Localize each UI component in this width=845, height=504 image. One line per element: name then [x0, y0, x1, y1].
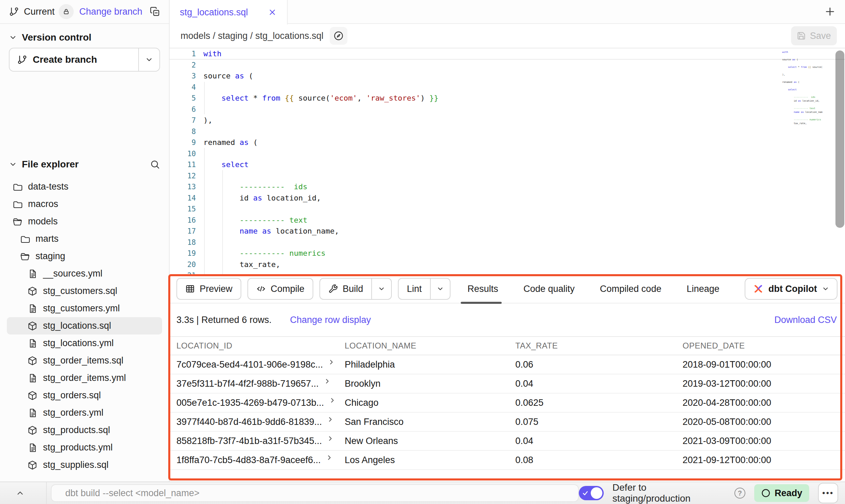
code-line[interactable]: 14 id as location_id, — [170, 193, 845, 204]
version-control-header[interactable]: Version control — [0, 31, 169, 44]
build-button[interactable]: Build — [319, 278, 392, 300]
file-tree-item[interactable]: stg_products.sql — [7, 421, 162, 439]
expand-cell-chevron-icon[interactable] — [328, 358, 335, 366]
expand-command-bar-button[interactable] — [0, 482, 47, 504]
status-circle-icon — [761, 488, 771, 498]
lint-button[interactable]: Lint — [398, 278, 450, 300]
help-icon[interactable]: ? — [734, 488, 745, 499]
code-line[interactable]: 7), — [170, 115, 845, 126]
compile-button[interactable]: Compile — [247, 278, 313, 300]
cell-tax-rate: 0.0625 — [509, 393, 676, 412]
code-line[interactable]: 16 ---------- text — [170, 215, 845, 226]
code-line[interactable]: 4 — [170, 82, 845, 93]
code-text: with — [203, 48, 221, 59]
code-line[interactable]: 12 — [170, 171, 845, 182]
file-explorer-header[interactable]: File explorer — [0, 158, 169, 171]
file-tree-item[interactable]: models — [7, 213, 162, 230]
file-type-icon — [27, 373, 38, 383]
panel-tab[interactable]: Results — [466, 275, 500, 303]
search-icon[interactable] — [150, 159, 160, 169]
expand-cell-chevron-icon[interactable] — [327, 416, 334, 423]
create-branch-button[interactable]: Create branch — [9, 48, 160, 72]
compass-icon[interactable] — [330, 27, 347, 45]
file-tree-item[interactable]: marts — [7, 230, 162, 248]
lint-dropdown-chevron[interactable] — [430, 279, 450, 299]
expand-cell-chevron-icon[interactable] — [329, 397, 336, 404]
code-line[interactable]: 11 select — [170, 159, 845, 171]
file-tree-item[interactable]: stg_order_items.yml — [7, 369, 162, 387]
copy-branch-icon[interactable] — [150, 6, 160, 17]
panel-tabs: Results Code quality Compiled code Linea… — [466, 275, 743, 303]
code-line[interactable]: 3source as ( — [170, 71, 845, 82]
expand-cell-chevron-icon[interactable] — [326, 454, 333, 461]
file-explorer-title: File explorer — [22, 159, 79, 170]
file-tree-item[interactable]: staging — [7, 248, 162, 265]
line-number: 5 — [170, 93, 196, 104]
save-button[interactable]: Save — [791, 26, 837, 45]
file-tree-item[interactable]: stg_products.yml — [7, 439, 162, 456]
code-line[interactable]: 5 select * from {{ source('ecom', 'raw_s… — [170, 93, 845, 104]
panel-tab[interactable]: Lineage — [685, 275, 721, 303]
dbt-ide-window: Current Change branch Version control — [0, 0, 845, 504]
change-branch-link[interactable]: Change branch — [79, 6, 142, 17]
code-line[interactable]: 13 ---------- ids — [170, 181, 845, 193]
more-options-button[interactable]: ••• — [818, 483, 838, 503]
build-dropdown-chevron[interactable] — [371, 279, 391, 299]
download-csv-link[interactable]: Download CSV — [774, 315, 837, 325]
main-area: stg_locations.sql models / staging / stg… — [170, 0, 845, 481]
minimap[interactable]: withsource as ( select * from {{ source(… — [782, 50, 822, 163]
code-line[interactable]: 21 — [170, 270, 845, 275]
minimap-line: with — [782, 50, 822, 54]
wrench-icon — [328, 284, 338, 294]
create-branch-main[interactable]: Create branch — [10, 48, 138, 71]
minimap-line — [782, 69, 822, 73]
code-line[interactable]: 1with — [170, 48, 845, 60]
file-tree-item[interactable]: stg_customers.yml — [7, 300, 162, 317]
code-brackets-icon — [256, 284, 266, 294]
file-tree-item[interactable]: stg_supplies.sql — [7, 456, 162, 474]
expand-cell-chevron-icon[interactable] — [327, 435, 334, 442]
file-tree-item[interactable]: __sources.yml — [7, 265, 162, 282]
new-tab-icon[interactable] — [824, 5, 836, 18]
tab-stg-locations[interactable]: stg_locations.sql — [170, 0, 288, 25]
editor-scrollbar[interactable] — [835, 50, 844, 228]
code-line[interactable]: 10 — [170, 148, 845, 160]
close-tab-icon[interactable] — [268, 8, 277, 17]
code-line[interactable]: 18 — [170, 237, 845, 248]
command-input[interactable]: dbt build --select <model_name> — [51, 484, 578, 502]
file-tree-item[interactable]: data-tests — [7, 178, 162, 195]
file-tree-item[interactable]: stg_locations.yml — [7, 335, 162, 352]
file-tree-item[interactable]: stg_orders.yml — [7, 404, 162, 421]
expand-cell-chevron-icon[interactable] — [324, 377, 331, 385]
code-line[interactable]: 2 — [170, 60, 845, 71]
tab-bar: stg_locations.sql — [170, 0, 845, 24]
preview-button[interactable]: Preview — [176, 278, 241, 300]
change-row-display-link[interactable]: Change row display — [290, 315, 371, 325]
code-line[interactable]: 6 — [170, 104, 845, 115]
defer-toggle[interactable] — [579, 486, 604, 500]
panel-tab[interactable]: Compiled code — [598, 275, 663, 303]
file-type-icon — [20, 251, 30, 262]
create-branch-dropdown[interactable] — [138, 48, 159, 71]
code-editor[interactable]: 1with23source as (45 select * from {{ so… — [170, 48, 845, 275]
table-row: 1f8ffa70-7cb5-4d83-8a7f-9aceef6... Los A… — [170, 450, 845, 470]
file-tree-item[interactable]: macros — [7, 195, 162, 213]
code-line[interactable]: 15 — [170, 204, 845, 215]
ready-status-badge[interactable]: Ready — [754, 484, 809, 502]
file-tree-item[interactable]: stg_locations.sql — [7, 317, 162, 335]
code-line[interactable]: 17 name as location_name, — [170, 226, 845, 237]
code-line[interactable]: 19 ---------- numerics — [170, 248, 845, 259]
preview-label: Preview — [200, 284, 232, 294]
code-line[interactable]: 20 tax_rate, — [170, 259, 845, 270]
panel-tab[interactable]: Code quality — [521, 275, 577, 303]
cell-opened-date: 2020-05-08T00:00:00 — [676, 412, 845, 431]
file-tree-item[interactable]: stg_orders.sql — [7, 387, 162, 404]
command-placeholder: dbt build --select <model_name> — [65, 488, 199, 499]
dbt-copilot-button[interactable]: dbt Copilot — [745, 278, 837, 300]
file-name: stg_customers.yml — [43, 303, 120, 314]
code-line[interactable]: 8 — [170, 126, 845, 137]
line-number: 20 — [170, 259, 196, 270]
file-tree-item[interactable]: stg_customers.sql — [7, 282, 162, 300]
file-tree-item[interactable]: stg_order_items.sql — [7, 352, 162, 369]
code-line[interactable]: 9renamed as ( — [170, 137, 845, 148]
